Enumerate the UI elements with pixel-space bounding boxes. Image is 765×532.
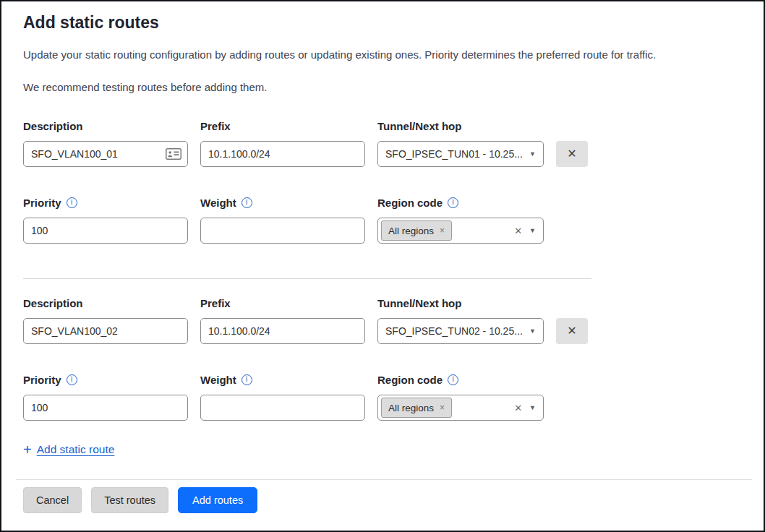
- region-chip-label: All regions: [388, 226, 434, 236]
- description-label: Description: [23, 296, 188, 309]
- tunnel-label-text: Tunnel/Next hop: [377, 297, 461, 309]
- weight-label: Weight i: [200, 196, 365, 209]
- route-2-row-top: Description Prefix Tunnel/Next hop SFO: [23, 296, 742, 344]
- priority-input-2[interactable]: [23, 395, 188, 421]
- priority-label: Priority i: [23, 196, 188, 209]
- region-label-text: Region code: [377, 374, 443, 386]
- field-prefix-2: Prefix: [200, 296, 365, 344]
- add-static-route-link[interactable]: + Add static route: [23, 442, 114, 457]
- cancel-button[interactable]: Cancel: [23, 487, 82, 513]
- remove-route-2-button[interactable]: ✕: [556, 318, 588, 344]
- prefix-label-text: Prefix: [200, 120, 231, 132]
- description-input-2[interactable]: [23, 318, 188, 344]
- add-static-routes-dialog: Add static routes Update your static rou…: [0, 0, 765, 532]
- priority-label-text: Priority: [23, 197, 61, 209]
- prefix-input-1[interactable]: [200, 141, 365, 167]
- field-region-2: Region code i All regions × ✕ ▼: [377, 373, 544, 421]
- region-label: Region code i: [377, 373, 544, 386]
- tunnel-select-value: SFO_IPSEC_TUN02 - 10.25...: [385, 325, 522, 337]
- priority-label-text: Priority: [23, 374, 61, 386]
- chip-remove-icon[interactable]: ×: [440, 403, 445, 413]
- priority-label: Priority i: [23, 373, 188, 386]
- weight-input-2[interactable]: [200, 395, 365, 421]
- close-icon: ✕: [567, 148, 576, 160]
- route-1-row-top: Description: [23, 119, 742, 167]
- autofill-contact-icon: [166, 148, 181, 160]
- route-group-2: Description Prefix Tunnel/Next hop SFO: [23, 296, 742, 421]
- route-group-1: Description: [23, 119, 742, 244]
- clear-selection-icon[interactable]: ✕: [514, 403, 522, 413]
- field-description-1: Description: [23, 119, 188, 167]
- chevron-down-icon: ▼: [529, 227, 536, 234]
- tunnel-select-value: SFO_IPSEC_TUN01 - 10.25...: [385, 148, 522, 160]
- field-priority-1: Priority i: [23, 196, 188, 244]
- remove-route-1-button[interactable]: ✕: [556, 141, 588, 167]
- add-routes-button[interactable]: Add routes: [178, 487, 257, 513]
- region-label: Region code i: [377, 196, 544, 209]
- field-tunnel-1: Tunnel/Next hop SFO_IPSEC_TUN01 - 10.25.…: [377, 119, 544, 167]
- info-icon[interactable]: i: [67, 374, 77, 385]
- add-static-route-label: Add static route: [37, 443, 115, 456]
- chevron-down-icon: ▼: [529, 327, 536, 335]
- description-label: Description: [23, 119, 188, 132]
- test-routes-button[interactable]: Test routes: [91, 487, 168, 513]
- weight-input-1[interactable]: [200, 218, 365, 244]
- tunnel-select-1[interactable]: SFO_IPSEC_TUN01 - 10.25... ▼: [377, 141, 544, 167]
- weight-label-text: Weight: [200, 197, 236, 209]
- description-label-text: Description: [23, 297, 83, 309]
- description-input-wrap: [23, 141, 188, 167]
- close-icon: ✕: [567, 325, 576, 337]
- info-icon[interactable]: i: [448, 197, 458, 208]
- prefix-label: Prefix: [200, 119, 365, 132]
- chip-remove-icon[interactable]: ×: [440, 226, 445, 236]
- clear-selection-icon[interactable]: ✕: [514, 226, 522, 236]
- region-chip: All regions ×: [381, 220, 452, 241]
- field-prefix-1: Prefix: [200, 119, 365, 167]
- dialog-content: Add static routes Update your static rou…: [1, 1, 764, 458]
- field-region-1: Region code i All regions × ✕ ▼: [377, 196, 544, 244]
- region-chip-label: All regions: [388, 403, 434, 413]
- field-weight-1: Weight i: [200, 196, 365, 244]
- intro-text: Update your static routing configuration…: [23, 48, 742, 61]
- tunnel-label-text: Tunnel/Next hop: [377, 120, 461, 132]
- info-icon[interactable]: i: [67, 197, 77, 208]
- prefix-label-text: Prefix: [200, 297, 231, 309]
- field-tunnel-2: Tunnel/Next hop SFO_IPSEC_TUN02 - 10.25.…: [377, 296, 544, 344]
- chevron-down-icon: ▼: [529, 150, 536, 158]
- route-1-row-bottom: Priority i Weight i Region code i: [23, 196, 742, 244]
- prefix-label: Prefix: [200, 296, 365, 309]
- info-icon[interactable]: i: [242, 374, 252, 385]
- tunnel-label: Tunnel/Next hop: [377, 119, 544, 132]
- region-label-text: Region code: [377, 197, 443, 209]
- info-icon[interactable]: i: [242, 197, 252, 208]
- footer-divider: [16, 479, 752, 480]
- description-input-1[interactable]: [23, 141, 188, 167]
- footer-actions: Cancel Test routes Add routes: [23, 487, 257, 513]
- field-description-2: Description: [23, 296, 188, 344]
- region-chip: All regions ×: [381, 398, 452, 418]
- note-text: We recommend testing routes before addin…: [23, 81, 742, 93]
- region-multiselect-2[interactable]: All regions × ✕ ▼: [377, 395, 544, 421]
- chevron-down-icon: ▼: [529, 404, 536, 411]
- weight-label: Weight i: [200, 373, 365, 386]
- tunnel-select-2[interactable]: SFO_IPSEC_TUN02 - 10.25... ▼: [377, 318, 544, 344]
- prefix-input-2[interactable]: [200, 318, 365, 344]
- description-label-text: Description: [23, 120, 83, 132]
- tunnel-label: Tunnel/Next hop: [377, 296, 544, 309]
- info-icon[interactable]: i: [448, 374, 458, 385]
- plus-icon: +: [23, 442, 32, 457]
- field-priority-2: Priority i: [23, 373, 188, 421]
- route-divider: [23, 278, 591, 279]
- weight-label-text: Weight: [200, 374, 236, 386]
- region-multiselect-1[interactable]: All regions × ✕ ▼: [377, 218, 544, 244]
- field-weight-2: Weight i: [200, 373, 365, 421]
- page-title: Add static routes: [23, 13, 742, 33]
- priority-input-1[interactable]: [23, 218, 188, 244]
- route-2-row-bottom: Priority i Weight i Region code i: [23, 373, 742, 421]
